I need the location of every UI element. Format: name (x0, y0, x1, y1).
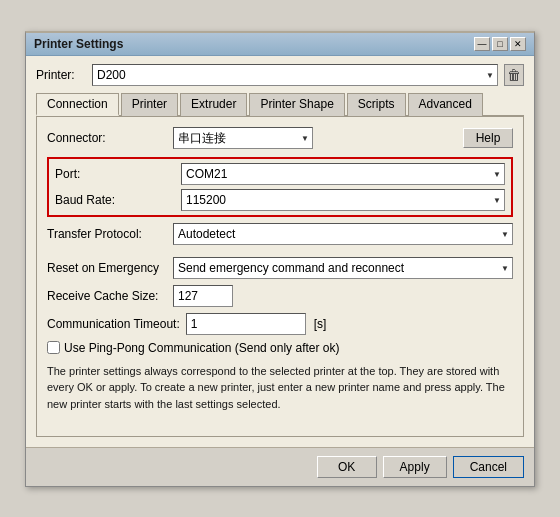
delete-printer-button[interactable]: 🗑 (504, 64, 524, 86)
tab-extruder[interactable]: Extruder (180, 93, 247, 116)
port-select[interactable]: COM21 (181, 163, 505, 185)
baud-rate-row: Baud Rate: 115200 250000 57600 (55, 189, 505, 211)
tab-content-connection: Connector: 串口连接 Help Port: COM21 (36, 117, 524, 437)
communication-timeout-input[interactable] (186, 313, 306, 335)
receive-cache-size-label: Receive Cache Size: (47, 289, 167, 303)
baud-rate-select-wrapper: 115200 250000 57600 (181, 189, 505, 211)
baud-rate-select[interactable]: 115200 250000 57600 (181, 189, 505, 211)
ok-button[interactable]: OK (317, 456, 377, 478)
printer-settings-window: Printer Settings — □ ✕ Printer: D200 🗑 C… (25, 31, 535, 487)
baud-rate-label: Baud Rate: (55, 193, 175, 207)
reset-on-emergency-select-wrapper: Send emergency command and reconnect (173, 257, 513, 279)
tab-connection[interactable]: Connection (36, 93, 119, 116)
title-bar: Printer Settings — □ ✕ (26, 33, 534, 56)
transfer-protocol-label: Transfer Protocol: (47, 227, 167, 241)
printer-select-wrapper: D200 (92, 64, 498, 86)
ping-pong-label: Use Ping-Pong Communication (Send only a… (64, 341, 339, 355)
tab-scripts[interactable]: Scripts (347, 93, 406, 116)
transfer-protocol-row: Transfer Protocol: Autodetect (47, 223, 513, 245)
close-button[interactable]: ✕ (510, 37, 526, 51)
printer-select[interactable]: D200 (92, 64, 498, 86)
title-bar-buttons: — □ ✕ (474, 37, 526, 51)
port-label: Port: (55, 167, 175, 181)
ping-pong-row: Use Ping-Pong Communication (Send only a… (47, 341, 513, 355)
port-select-wrapper: COM21 (181, 163, 505, 185)
apply-button[interactable]: Apply (383, 456, 447, 478)
communication-timeout-row: Communication Timeout: [s] (47, 313, 513, 335)
port-row: Port: COM21 (55, 163, 505, 185)
minimize-button[interactable]: — (474, 37, 490, 51)
maximize-button[interactable]: □ (492, 37, 508, 51)
reset-on-emergency-row: Reset on Emergency Send emergency comman… (47, 257, 513, 279)
tab-printer[interactable]: Printer (121, 93, 178, 116)
port-baud-box: Port: COM21 Baud Rate: 115200 250000 576… (47, 157, 513, 217)
reset-on-emergency-label: Reset on Emergency (47, 261, 167, 275)
transfer-protocol-select-wrapper: Autodetect (173, 223, 513, 245)
window-body: Printer: D200 🗑 Connection Printer Extru… (26, 56, 534, 447)
help-button[interactable]: Help (463, 128, 513, 148)
cancel-button[interactable]: Cancel (453, 456, 524, 478)
printer-row: Printer: D200 🗑 (36, 64, 524, 86)
connector-row: Connector: 串口连接 Help (47, 127, 513, 149)
tab-advanced[interactable]: Advanced (408, 93, 483, 116)
tabs-bar: Connection Printer Extruder Printer Shap… (36, 92, 524, 117)
transfer-protocol-select[interactable]: Autodetect (173, 223, 513, 245)
tab-printer-shape[interactable]: Printer Shape (249, 93, 344, 116)
ping-pong-checkbox[interactable] (47, 341, 60, 354)
communication-timeout-label: Communication Timeout: (47, 317, 180, 331)
info-text: The printer settings always correspond t… (47, 363, 513, 413)
printer-label: Printer: (36, 68, 86, 82)
receive-cache-size-row: Receive Cache Size: (47, 285, 513, 307)
window-title: Printer Settings (34, 37, 123, 51)
communication-timeout-unit: [s] (314, 317, 327, 331)
footer: OK Apply Cancel (26, 447, 534, 486)
connector-label: Connector: (47, 131, 167, 145)
reset-on-emergency-select[interactable]: Send emergency command and reconnect (173, 257, 513, 279)
receive-cache-size-input[interactable] (173, 285, 233, 307)
connector-select[interactable]: 串口连接 (173, 127, 313, 149)
connector-select-wrapper: 串口连接 (173, 127, 313, 149)
